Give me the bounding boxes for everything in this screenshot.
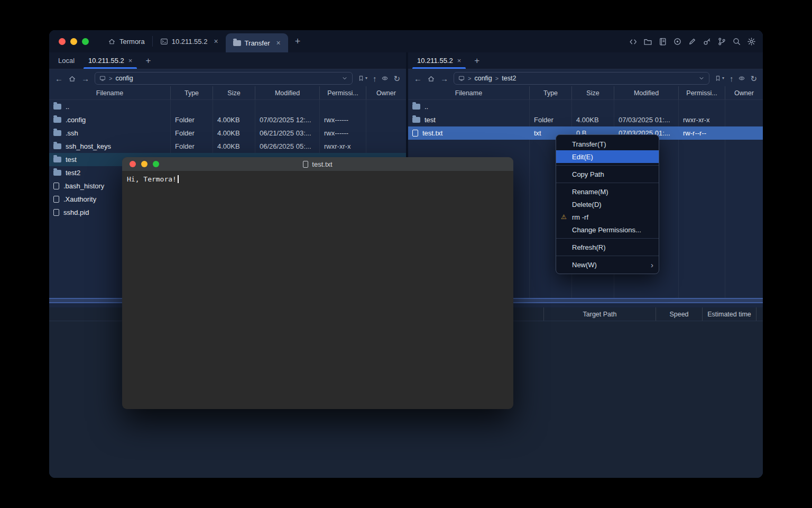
- editor-content[interactable]: Hi, Termora!: [122, 171, 513, 187]
- file-size: 4.00KB: [213, 126, 255, 140]
- row-dot-ssh[interactable]: .ssh Folder 4.00KB 06/21/2025 03:... rwx…: [49, 126, 406, 140]
- folder-icon: [53, 130, 61, 136]
- file-modified: 07/02/2025 12:...: [255, 113, 320, 126]
- file-type: Folder: [530, 113, 572, 126]
- breadcrumb[interactable]: config: [474, 75, 492, 82]
- bookmark-button[interactable]: ▾: [715, 75, 724, 81]
- forward-button[interactable]: →: [81, 75, 89, 83]
- path-input[interactable]: > config > test2: [454, 72, 709, 85]
- branch-icon[interactable]: [717, 37, 726, 46]
- column-header-owner[interactable]: Owner: [725, 86, 763, 99]
- column-header-estimated-time[interactable]: Estimated time: [702, 307, 756, 321]
- refresh-button[interactable]: ↻: [393, 75, 400, 83]
- close-tab-icon[interactable]: ×: [457, 57, 462, 65]
- row-parent-dir[interactable]: ..: [408, 100, 763, 113]
- back-button[interactable]: ←: [55, 75, 63, 83]
- column-header-type[interactable]: Type: [530, 86, 572, 99]
- chevron-down-icon[interactable]: [342, 75, 348, 81]
- filename: test2: [66, 169, 80, 177]
- parent-dir-button[interactable]: ↑: [373, 75, 377, 83]
- minimize-window-button[interactable]: [70, 38, 77, 45]
- zoom-window-button[interactable]: [153, 161, 159, 167]
- code-icon[interactable]: [629, 37, 638, 46]
- refresh-button[interactable]: ↻: [750, 75, 757, 83]
- menu-item-label: Copy Path: [572, 170, 604, 178]
- breadcrumb[interactable]: test2: [502, 75, 516, 82]
- breadcrumb[interactable]: config: [115, 75, 133, 82]
- new-panel-tab-button[interactable]: +: [468, 56, 486, 66]
- column-header-filename[interactable]: Filename: [49, 86, 171, 99]
- column-header-size[interactable]: Size: [213, 86, 255, 99]
- tab-host-terminal[interactable]: 10.211.55.2 ×: [153, 30, 226, 52]
- row-parent-dir[interactable]: ..: [49, 100, 406, 113]
- file-permissions: rwx------: [320, 113, 366, 126]
- row-dot-config[interactable]: .config Folder 4.00KB 07/02/2025 12:... …: [49, 113, 406, 126]
- tab-remote-host[interactable]: 10.211.55.2 ×: [410, 52, 468, 69]
- gear-icon[interactable]: [747, 37, 756, 46]
- column-header-type[interactable]: Type: [171, 86, 213, 99]
- menu-item-refresh[interactable]: Refresh(R): [556, 241, 659, 253]
- close-tab-icon[interactable]: ×: [214, 37, 218, 46]
- folder-icon[interactable]: [643, 37, 652, 46]
- new-tab-button[interactable]: +: [288, 30, 308, 52]
- filename: ssh_host_keys: [66, 142, 111, 150]
- bookmark-icon: [358, 75, 364, 81]
- notebook-icon[interactable]: [658, 37, 667, 46]
- menu-item-change-permissions[interactable]: Change Permissions...: [556, 223, 659, 236]
- zoom-window-button[interactable]: [82, 38, 89, 45]
- close-window-button[interactable]: [130, 161, 136, 167]
- row-test[interactable]: test Folder 4.00KB 07/03/2025 01:... rwx…: [408, 113, 763, 126]
- filename: test: [425, 116, 436, 124]
- bookmark-icon: [715, 75, 721, 81]
- column-header-permissions[interactable]: Permissi...: [679, 86, 725, 99]
- show-hidden-button[interactable]: [739, 75, 745, 81]
- close-window-button[interactable]: [59, 38, 66, 45]
- close-tab-icon[interactable]: ×: [128, 57, 133, 65]
- menu-item-new[interactable]: New(W) ›: [556, 258, 659, 271]
- menu-item-edit[interactable]: Edit(E): [556, 150, 659, 163]
- column-header-permissions[interactable]: Permissi...: [320, 86, 366, 99]
- menu-item-delete[interactable]: Delete(D): [556, 198, 659, 211]
- column-header-size[interactable]: Size: [572, 86, 614, 99]
- column-header-speed[interactable]: Speed: [656, 307, 702, 321]
- menu-item-rm-rf[interactable]: ⚠ rm -rf: [556, 211, 659, 223]
- document-icon: [303, 161, 308, 168]
- row-ssh-host-keys[interactable]: ssh_host_keys Folder 4.00KB 06/26/2025 0…: [49, 140, 406, 153]
- bookmark-button[interactable]: ▾: [358, 75, 367, 81]
- tab-transfer[interactable]: Transfer ×: [226, 33, 288, 52]
- show-hidden-button[interactable]: [382, 75, 388, 81]
- column-header-filename[interactable]: Filename: [408, 86, 530, 99]
- column-header-modified[interactable]: Modified: [614, 86, 679, 99]
- tab-remote-host[interactable]: 10.211.55.2 ×: [81, 52, 139, 69]
- record-icon[interactable]: [673, 37, 682, 46]
- menu-item-rename[interactable]: Rename(M): [556, 185, 659, 198]
- column-header-modified[interactable]: Modified: [255, 86, 320, 99]
- parent-dir-button[interactable]: ↑: [730, 75, 734, 83]
- file-type: Folder: [171, 126, 213, 140]
- filename: sshd.pid: [63, 208, 89, 216]
- forward-button[interactable]: →: [440, 75, 448, 83]
- column-header-owner[interactable]: Owner: [366, 86, 406, 99]
- key-icon[interactable]: [703, 37, 712, 46]
- column-header-target-path[interactable]: Target Path: [543, 307, 656, 321]
- tab-local[interactable]: Local: [51, 52, 81, 69]
- menu-item-copy-path[interactable]: Copy Path: [556, 168, 659, 180]
- tab-termora[interactable]: Termora: [100, 30, 152, 52]
- back-button[interactable]: ←: [414, 75, 422, 83]
- menu-separator: [556, 165, 659, 166]
- home-button[interactable]: [427, 75, 435, 83]
- menu-item-transfer[interactable]: Transfer(T): [556, 138, 659, 150]
- new-panel-tab-button[interactable]: +: [139, 56, 157, 66]
- path-input[interactable]: > config: [95, 72, 353, 85]
- editor-text: Hi, Termora!: [127, 175, 177, 183]
- menu-item-label: New(W): [572, 261, 597, 269]
- home-button[interactable]: [68, 75, 76, 83]
- search-icon[interactable]: [732, 37, 741, 46]
- file-permissions: rw-r--r--: [679, 126, 725, 140]
- minimize-window-button[interactable]: [141, 161, 147, 167]
- chevron-down-icon[interactable]: [698, 75, 705, 81]
- file-size: 4.00KB: [572, 113, 614, 126]
- file-permissions: rwx------: [320, 126, 366, 140]
- pencil-icon[interactable]: [688, 37, 697, 46]
- close-tab-icon[interactable]: ×: [276, 39, 281, 47]
